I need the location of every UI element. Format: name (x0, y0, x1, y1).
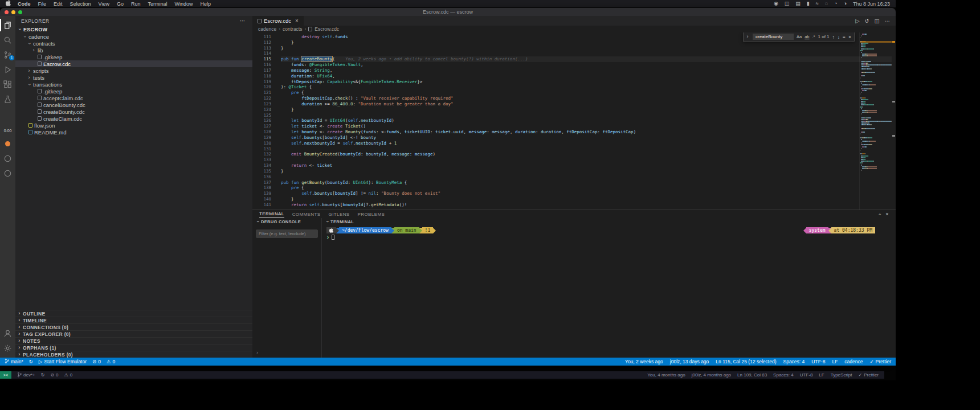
breadcrumb-item-Escrow.cdc[interactable]: Escrow.cdc (315, 26, 339, 32)
match-case-icon[interactable]: Aa (797, 34, 802, 39)
tree-file-README.md[interactable]: README.md (15, 129, 252, 136)
sidebar-pane-notes[interactable]: ›NOTES (15, 337, 252, 344)
eol-item[interactable]: LF (832, 359, 838, 364)
blame-you-item[interactable]: You, 4 months ago (647, 372, 685, 378)
prettier-item[interactable]: ✓Prettier (869, 359, 891, 364)
close-window-button[interactable] (5, 10, 9, 14)
debug-filter-input[interactable] (256, 229, 318, 238)
menubar-clock[interactable]: Thu 8 Jun 16:23 (853, 1, 890, 7)
warnings-item[interactable]: ⚠0 (64, 372, 73, 379)
menu-terminal[interactable]: Terminal (148, 1, 167, 7)
code-line[interactable]: self.bountys[bountyId] <-! bounty (281, 135, 896, 141)
tree-file-cancelBounty.cdc[interactable]: cancelBounty.cdc (15, 101, 252, 108)
sidebar-pane-timeline[interactable]: ›TIMELINE (15, 317, 252, 323)
close-panel-icon[interactable]: × (885, 211, 889, 217)
menu-window[interactable]: Window (174, 1, 193, 7)
flow-extension-icon[interactable] (0, 136, 15, 151)
settings-gear-icon[interactable] (0, 341, 15, 355)
sidebar-pane-connections-[interactable]: ›CONNECTIONS (0) (15, 323, 252, 330)
indentation-item[interactable]: Spaces: 4 (773, 372, 794, 378)
wifi-icon[interactable]: ≈ (816, 0, 819, 7)
tree-folder-contracts[interactable]: ›contracts (15, 40, 252, 47)
errors-item[interactable]: ⊘0 (92, 358, 101, 365)
cursor-position-item[interactable]: Ln 109, Col 83 (737, 372, 767, 378)
errors-item[interactable]: ⊘0 (50, 372, 58, 379)
remote-indicator[interactable]: >< (0, 371, 11, 379)
code-line[interactable]: } (281, 46, 896, 51)
tab-escrow-cdc[interactable]: Escrow.cdc × (252, 16, 304, 26)
flow-emulator-item[interactable]: ▷Start Flow Emulator (39, 358, 87, 365)
menu-selection[interactable]: Selection (70, 1, 91, 7)
tree-file-Escrow.cdc[interactable]: Escrow.cdc (15, 60, 252, 67)
terminal-output[interactable]: ~/dev/Flow/escrowon main!1systemat 04:18… (322, 226, 896, 242)
warnings-item[interactable]: ⚠0 (107, 358, 115, 365)
find-input[interactable]: createBounty (753, 34, 794, 40)
minimap[interactable] (859, 32, 892, 210)
tree-file-flow.json[interactable]: flow.json (15, 122, 252, 129)
source-control-icon[interactable]: 1 (0, 47, 15, 62)
language-item[interactable]: cadence (844, 359, 863, 364)
panel-tab-problems[interactable]: PROBLEMS (358, 212, 385, 217)
sync-item[interactable]: ↻ (29, 358, 33, 365)
minimize-window-button[interactable] (11, 10, 15, 14)
next-match-icon[interactable]: ↓ (838, 34, 840, 40)
eol-item[interactable]: LF (819, 372, 824, 378)
find-in-selection-icon[interactable]: ≡ (843, 34, 846, 40)
blame-author-item[interactable]: j00lz, 13 days ago (670, 359, 709, 364)
tree-file-.gitkeep[interactable]: .gitkeep (15, 88, 252, 95)
explorer-icon[interactable] (0, 18, 15, 32)
tree-folder-cadence[interactable]: ›c​adence (15, 33, 252, 40)
menu-go[interactable]: Go (117, 1, 124, 7)
code-line[interactable]: ftDepositCap: Capability<&{FungibleToken… (281, 79, 896, 85)
split-editor-icon[interactable]: ◫ (875, 18, 880, 24)
display-icon[interactable]: ▤ (795, 0, 801, 7)
code-line[interactable]: ftDepositCap.check() : "Vault receiver c… (281, 96, 896, 101)
control-center-icon[interactable]: ◔ (834, 0, 837, 7)
spotlight-icon[interactable]: ◌ (825, 0, 828, 7)
code-line[interactable] (281, 174, 896, 180)
tree-folder-lib[interactable]: ›lib (15, 47, 252, 54)
blame-you-item[interactable]: You, 2 weeks ago (625, 359, 663, 364)
battery-icon[interactable]: ▮ (807, 0, 810, 7)
prettier-item[interactable]: ✓Prettier (859, 372, 879, 378)
code-line[interactable]: } (281, 196, 896, 202)
shell-input-line[interactable]: ❯ (326, 234, 891, 240)
code-line[interactable]: funds: @FungibleToken.Vault, (281, 62, 896, 68)
workspace-section-header[interactable]: › ESCROW (15, 26, 252, 33)
tree-folder-transactions[interactable]: ›transactions (15, 81, 252, 88)
code-line[interactable]: let ticket <- create Ticket() (281, 124, 896, 129)
menu-run[interactable]: Run (131, 1, 141, 7)
code-pane[interactable]: destroy self.funds }}pub fun createBount… (281, 32, 896, 210)
testing-icon[interactable] (0, 92, 15, 106)
extension-circle-icon-1[interactable] (0, 151, 15, 166)
screen-record-icon[interactable]: ◉ (774, 0, 778, 7)
blame-author-item[interactable]: j00lz, 4 months ago (692, 372, 731, 378)
stage-manager-icon[interactable]: ◫ (785, 0, 790, 7)
debug-console-header[interactable]: › DEBUG CONSOLE (252, 218, 321, 226)
encoding-item[interactable]: UTF-8 (811, 359, 825, 364)
code-line[interactable]: } (281, 107, 896, 113)
close-tab-icon[interactable]: × (295, 18, 299, 24)
breadcrumb-item-cadence[interactable]: cadence (258, 26, 276, 32)
overview-ruler[interactable] (892, 32, 896, 210)
siri-icon[interactable]: ◑ (844, 0, 847, 7)
code-line[interactable] (281, 157, 896, 163)
menu-edit[interactable]: Edit (54, 1, 63, 7)
code-line[interactable] (281, 146, 896, 152)
tree-file-createBounty.cdc[interactable]: createBounty.cdc (15, 108, 252, 115)
code-line[interactable]: } (281, 169, 896, 174)
code-line[interactable]: return self.bountys[bountyId]?.getMetada… (281, 202, 896, 208)
code-line[interactable] (281, 51, 896, 56)
search-icon[interactable] (0, 32, 15, 47)
regex-icon[interactable]: .* (812, 34, 815, 39)
tree-folder-scripts[interactable]: ›scripts (15, 67, 252, 74)
code-line[interactable]: pre { (281, 185, 896, 191)
timer-extension-label[interactable]: 0:00 (4, 126, 12, 136)
code-line[interactable]: self.nextbountyId = self.nextbountyId + … (281, 141, 896, 146)
menu-code[interactable]: Code (18, 1, 31, 7)
toggle-replace-icon[interactable]: › (745, 34, 750, 39)
code-line[interactable]: ): @Ticket { (281, 84, 896, 90)
sidebar-pane-orphans-[interactable]: ›ORPHANS (1) (15, 344, 252, 351)
sidebar-pane-outline[interactable]: ›OUTLINE (15, 310, 252, 317)
previous-match-icon[interactable]: ↑ (832, 34, 835, 40)
